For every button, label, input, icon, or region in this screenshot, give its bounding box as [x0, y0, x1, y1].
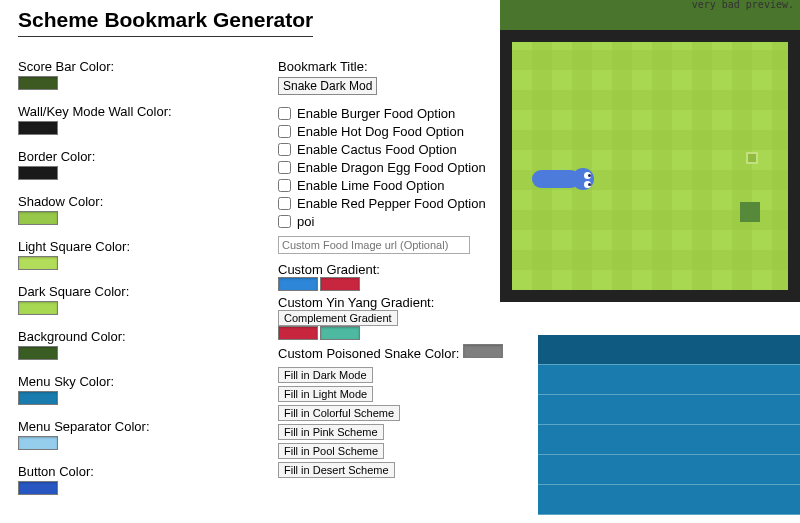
- food-option-row[interactable]: Enable Hot Dog Food Option: [278, 124, 503, 139]
- menu-stripe: [538, 425, 800, 455]
- preview-caption: very bad preview.: [692, 0, 794, 10]
- custom-gradient-label: Custom Gradient:: [278, 262, 503, 277]
- fill-scheme-button[interactable]: Fill in Desert Scheme: [278, 462, 395, 478]
- custom-gradient-color-1[interactable]: [278, 277, 318, 291]
- menu-stripe: [538, 485, 800, 515]
- color-field-label: Menu Separator Color:: [18, 419, 248, 434]
- color-swatch[interactable]: [18, 256, 58, 270]
- fill-scheme-button[interactable]: Fill in Pink Scheme: [278, 424, 384, 440]
- color-swatch[interactable]: [18, 301, 58, 315]
- food-option-label: Enable Red Pepper Food Option: [297, 196, 486, 211]
- preview-panel: very bad preview.: [500, 0, 800, 302]
- color-swatch[interactable]: [18, 391, 58, 405]
- food-option-row[interactable]: poi: [278, 214, 503, 229]
- food-option-row[interactable]: Enable Dragon Egg Food Option: [278, 160, 503, 175]
- poisoned-color-label: Custom Poisoned Snake Color:: [278, 346, 459, 361]
- food-option-checkbox[interactable]: [278, 107, 291, 120]
- food-option-row[interactable]: Enable Cactus Food Option: [278, 142, 503, 157]
- color-swatch[interactable]: [18, 211, 58, 225]
- food-option-label: poi: [297, 214, 314, 229]
- poisoned-color-swatch[interactable]: [463, 344, 503, 358]
- food-option-label: Enable Cactus Food Option: [297, 142, 457, 157]
- color-swatch[interactable]: [18, 166, 58, 180]
- food-option-row[interactable]: Enable Red Pepper Food Option: [278, 196, 503, 211]
- snake-head: [572, 168, 594, 190]
- fill-scheme-button[interactable]: Fill in Light Mode: [278, 386, 373, 402]
- menu-stripe: [538, 335, 800, 365]
- preview-game-area: [500, 30, 800, 302]
- food-option-checkbox[interactable]: [278, 179, 291, 192]
- color-field-label: Dark Square Color:: [18, 284, 248, 299]
- food-option-checkbox[interactable]: [278, 215, 291, 228]
- menu-stripe: [538, 395, 800, 425]
- yin-yang-color-1[interactable]: [278, 326, 318, 340]
- food-option-checkbox[interactable]: [278, 161, 291, 174]
- bookmark-title-input[interactable]: Snake Dark Mod: [278, 77, 377, 95]
- mid-column: Bookmark Title: Snake Dark Mod Enable Bu…: [278, 59, 503, 509]
- bookmark-title-label: Bookmark Title:: [278, 59, 503, 74]
- color-swatch[interactable]: [18, 481, 58, 495]
- food-option-label: Enable Hot Dog Food Option: [297, 124, 464, 139]
- snake-pupil: [588, 174, 591, 177]
- color-field-label: Border Color:: [18, 149, 248, 164]
- custom-gradient-color-2[interactable]: [320, 277, 360, 291]
- menu-preview-panel: [538, 335, 800, 515]
- menu-stripe: [538, 455, 800, 485]
- color-field-label: Shadow Color:: [18, 194, 248, 209]
- fill-scheme-button[interactable]: Fill in Dark Mode: [278, 367, 373, 383]
- food-option-checkbox[interactable]: [278, 197, 291, 210]
- food-item: [740, 202, 760, 222]
- food-option-checkbox[interactable]: [278, 143, 291, 156]
- color-swatch[interactable]: [18, 121, 58, 135]
- color-swatch[interactable]: [18, 76, 58, 90]
- color-field-label: Wall/Key Mode Wall Color:: [18, 104, 248, 119]
- game-board: [512, 42, 788, 290]
- food-option-label: Enable Lime Food Option: [297, 178, 444, 193]
- color-field-label: Light Square Color:: [18, 239, 248, 254]
- complement-gradient-button[interactable]: Complement Gradient: [278, 310, 398, 326]
- color-swatch[interactable]: [18, 436, 58, 450]
- color-swatch[interactable]: [18, 346, 58, 360]
- snake-pupil: [588, 183, 591, 186]
- page-title: Scheme Bookmark Generator: [18, 8, 313, 37]
- yin-yang-label: Custom Yin Yang Gradient:: [278, 295, 434, 310]
- color-field-label: Menu Sky Color:: [18, 374, 248, 389]
- menu-stripe: [538, 365, 800, 395]
- fill-scheme-button[interactable]: Fill in Pool Scheme: [278, 443, 384, 459]
- custom-food-url-input[interactable]: [278, 236, 470, 254]
- food-item: [746, 152, 758, 164]
- food-option-label: Enable Dragon Egg Food Option: [297, 160, 486, 175]
- color-field-label: Background Color:: [18, 329, 248, 344]
- yin-yang-color-2[interactable]: [320, 326, 360, 340]
- color-field-label: Button Color:: [18, 464, 248, 479]
- food-option-row[interactable]: Enable Burger Food Option: [278, 106, 503, 121]
- food-option-label: Enable Burger Food Option: [297, 106, 455, 121]
- left-column: Score Bar Color:Wall/Key Mode Wall Color…: [18, 59, 248, 509]
- fill-scheme-button[interactable]: Fill in Colorful Scheme: [278, 405, 400, 421]
- color-field-label: Score Bar Color:: [18, 59, 248, 74]
- food-option-row[interactable]: Enable Lime Food Option: [278, 178, 503, 193]
- food-option-checkbox[interactable]: [278, 125, 291, 138]
